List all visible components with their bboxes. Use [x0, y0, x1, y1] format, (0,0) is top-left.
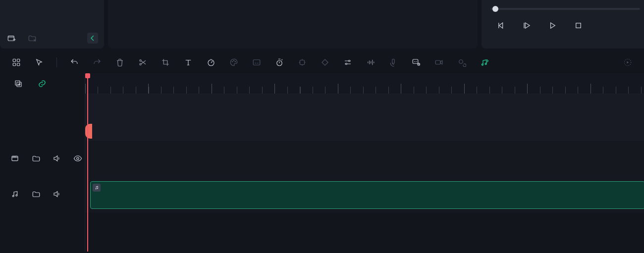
video-track-icon — [11, 154, 19, 162]
record-icon[interactable] — [433, 57, 444, 68]
ai-tools-icon[interactable] — [456, 57, 467, 68]
svg-rect-5 — [17, 63, 20, 66]
split-icon[interactable] — [137, 57, 148, 68]
svg-point-9 — [232, 61, 233, 62]
preview-panel — [108, 0, 478, 49]
svg-point-23 — [485, 63, 486, 65]
auto-caption-icon[interactable] — [411, 57, 422, 68]
separator — [56, 57, 57, 67]
svg-point-29 — [12, 196, 14, 197]
folder-icon[interactable] — [31, 153, 42, 164]
svg-point-6 — [140, 60, 141, 61]
select-tool-icon[interactable] — [34, 57, 45, 68]
mute-icon[interactable] — [52, 153, 62, 164]
svg-rect-27 — [12, 156, 18, 160]
voice-icon[interactable] — [388, 57, 399, 68]
svg-point-21 — [459, 60, 463, 64]
svg-rect-17 — [392, 59, 395, 63]
adjust-icon[interactable] — [342, 57, 353, 68]
video-track-label — [0, 141, 85, 176]
progress-knob[interactable] — [492, 6, 498, 12]
timer-icon[interactable] — [274, 57, 285, 68]
svg-point-10 — [233, 60, 234, 61]
mute-icon[interactable] — [52, 189, 62, 200]
playhead[interactable] — [87, 76, 88, 252]
next-frame-button[interactable] — [547, 20, 558, 31]
svg-rect-2 — [13, 59, 15, 61]
audio-track-label — [0, 176, 85, 212]
stop-button[interactable] — [573, 20, 584, 31]
collapse-panel-button[interactable] — [87, 33, 98, 44]
audio-clip[interactable] — [90, 181, 644, 209]
music-note-icon — [93, 184, 101, 192]
prev-frame-button[interactable] — [495, 20, 506, 31]
redo-icon[interactable] — [92, 57, 103, 68]
svg-point-11 — [235, 61, 236, 62]
timeline-toolbar — [0, 51, 644, 73]
svg-rect-12 — [253, 60, 260, 65]
project-panel — [0, 0, 104, 49]
svg-point-28 — [77, 157, 79, 160]
layout-icon[interactable] — [11, 57, 22, 68]
audio-tools-icon[interactable] — [365, 57, 376, 68]
svg-rect-1 — [576, 23, 581, 28]
speed-icon[interactable] — [206, 57, 216, 68]
svg-point-15 — [349, 60, 350, 62]
svg-point-22 — [482, 64, 483, 65]
text-icon[interactable] — [183, 57, 194, 68]
audio-sync-icon[interactable] — [479, 57, 490, 68]
video-lane[interactable] — [85, 142, 644, 177]
svg-rect-0 — [8, 36, 14, 41]
new-folder-icon[interactable] — [6, 33, 17, 44]
crop-icon[interactable] — [160, 57, 171, 68]
svg-rect-4 — [13, 63, 15, 66]
caption-style-icon[interactable] — [251, 57, 262, 68]
waveform — [91, 182, 644, 208]
render-icon[interactable] — [622, 57, 633, 68]
time-ruler[interactable] — [85, 73, 644, 94]
transition-icon[interactable] — [320, 57, 330, 68]
color-icon[interactable] — [228, 57, 239, 68]
player-panel — [482, 0, 644, 49]
delete-folder-icon[interactable] — [27, 33, 38, 44]
delete-icon[interactable] — [114, 57, 125, 68]
svg-point-16 — [346, 63, 347, 65]
track-gutter — [0, 73, 85, 252]
svg-rect-20 — [435, 60, 440, 64]
play-button[interactable] — [521, 20, 532, 31]
svg-point-7 — [140, 63, 141, 65]
subtitle-marker[interactable] — [85, 124, 92, 139]
track-area — [85, 73, 644, 252]
subtitle-lane[interactable] — [85, 94, 644, 142]
link-tracks-icon[interactable] — [37, 78, 48, 89]
add-track-icon[interactable] — [13, 78, 24, 89]
folder-icon[interactable] — [31, 189, 42, 200]
svg-point-30 — [16, 195, 17, 196]
svg-rect-14 — [300, 60, 305, 65]
player-progress[interactable] — [490, 8, 640, 10]
timeline — [0, 73, 644, 252]
svg-rect-3 — [17, 59, 20, 61]
undo-icon[interactable] — [69, 57, 80, 68]
audio-track-icon — [11, 190, 19, 198]
visibility-icon[interactable] — [72, 153, 83, 164]
audio-lane[interactable] — [85, 177, 644, 213]
keyframe-icon[interactable] — [297, 57, 308, 68]
